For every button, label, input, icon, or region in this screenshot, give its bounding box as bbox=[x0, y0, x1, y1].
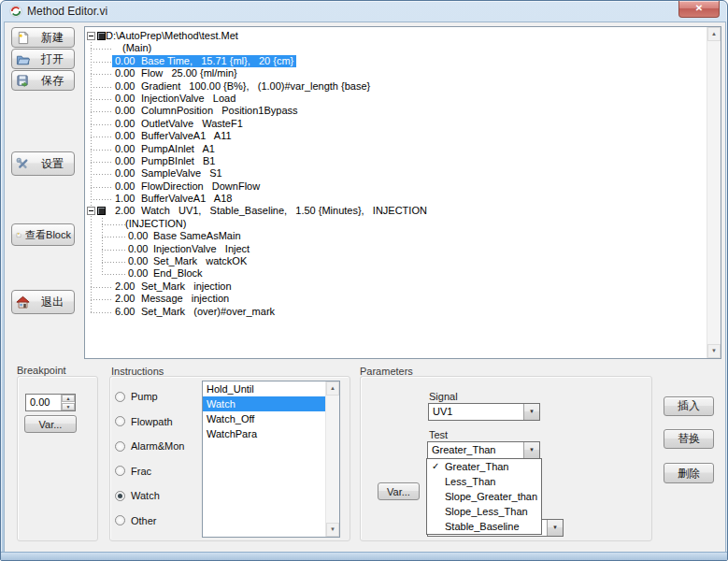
settings-button[interactable]: 设置 bbox=[11, 151, 75, 176]
tree-row[interactable]: 2.00Message injection bbox=[85, 293, 707, 305]
chevron-down-icon[interactable]: ▼ bbox=[523, 404, 539, 420]
scroll-down-arrow-icon[interactable]: ▼ bbox=[707, 344, 721, 358]
tree-row-content: 6.00Set_Mark (over)#over_mark bbox=[112, 306, 278, 318]
tree-row[interactable]: 0.00Flow 25.00 {ml/min} bbox=[85, 67, 707, 79]
dropdown-item[interactable]: Less_Than bbox=[427, 474, 541, 489]
tree-row-content: (INJECTION) bbox=[122, 218, 189, 230]
tree-scrollbar[interactable]: ▲ ▼ bbox=[707, 27, 721, 358]
dropdown-item[interactable]: Slope_Less_Than bbox=[427, 504, 541, 519]
radio-icon bbox=[115, 416, 125, 426]
tree-row-time: 0.00 bbox=[115, 143, 141, 155]
tree-connector bbox=[91, 99, 113, 100]
settings-button-label: 设置 bbox=[34, 156, 74, 172]
tree-row-text: InjectionValve Load bbox=[141, 93, 236, 104]
tree-row-time: 0.00 bbox=[115, 180, 141, 193]
insert-button[interactable]: 插入 bbox=[664, 396, 714, 416]
tree-row[interactable]: 0.00FlowDirection DownFlow bbox=[85, 180, 707, 193]
tree-row-text: FlowDirection DownFlow bbox=[141, 180, 260, 192]
replace-button-label: 替换 bbox=[678, 431, 700, 447]
tree-row[interactable]: D:\AutoPrep\Method\test.Met bbox=[85, 30, 707, 42]
tree-row[interactable]: 0.00ColumnPosition Position1Bypass bbox=[85, 105, 707, 117]
signal-combo[interactable]: UV1 ▼ bbox=[428, 403, 540, 421]
spinner-up-button[interactable]: ▲ bbox=[62, 395, 75, 402]
breakpoint-value[interactable]: 0.00 bbox=[30, 396, 50, 408]
dropdown-item[interactable]: Slope_Greater_than bbox=[427, 489, 541, 504]
listbox-item[interactable]: Hold_Until bbox=[203, 381, 325, 396]
method-tree[interactable]: D:\AutoPrep\Method\test.Met(Main)0.00Bas… bbox=[84, 26, 721, 359]
spinner-buttons: ▲ ▼ bbox=[61, 395, 75, 410]
tree-row[interactable]: 0.00BufferValveA1 A11 bbox=[85, 130, 707, 142]
dropdown-item[interactable]: ✓Greater_Than bbox=[427, 459, 541, 474]
new-document-icon bbox=[16, 31, 30, 45]
tree-row-content: 0.00Base SameAsMain bbox=[125, 230, 244, 242]
new-button[interactable]: 新建 bbox=[11, 27, 75, 48]
tree-row[interactable]: 0.00InjectionValve Load bbox=[85, 93, 707, 105]
radio-other[interactable]: Other bbox=[115, 511, 184, 530]
scroll-down-arrow-icon[interactable]: ▼ bbox=[326, 523, 339, 537]
radio-label: Alarm&Mon bbox=[131, 440, 184, 452]
tree-row[interactable]: 0.00Base Time, 15.71 {ml}, 20 {cm} bbox=[85, 55, 707, 67]
tree-row-content: (Main) bbox=[120, 42, 154, 54]
tree-expander-minus-icon[interactable] bbox=[87, 207, 95, 215]
tree-row[interactable]: 6.00Set_Mark (over)#over_mark bbox=[85, 306, 707, 318]
delete-button[interactable]: 删除 bbox=[664, 463, 714, 483]
tree-row-content: 0.00Flow 25.00 {ml/min} bbox=[112, 67, 240, 79]
test-combo[interactable]: Greater_Than ▼ bbox=[427, 441, 540, 459]
instruction-listbox[interactable]: Hold_UntilWatchWatch_OffWatchPara ▲ ▼ bbox=[202, 381, 340, 538]
scroll-up-arrow-icon[interactable]: ▲ bbox=[326, 381, 339, 396]
radio-icon bbox=[115, 466, 125, 476]
tree-row[interactable]: 2.00Watch UV1, Stable_Baseline, 1.50 {Mi… bbox=[85, 205, 707, 217]
tree-row[interactable]: 0.00End_Block bbox=[85, 267, 707, 280]
breakpoint-var-button[interactable]: Var... bbox=[24, 415, 77, 433]
spinner-down-button[interactable]: ▼ bbox=[62, 403, 75, 410]
parameters-var-button[interactable]: Var... bbox=[378, 482, 420, 500]
tree-connector bbox=[102, 237, 125, 237]
tree-row[interactable]: 0.00Set_Mark watckOK bbox=[85, 255, 707, 267]
dropdown-item-label: Slope_Less_Than bbox=[445, 506, 528, 517]
chevron-down-icon[interactable]: ▼ bbox=[547, 520, 563, 536]
tree-row[interactable]: 2.00Set_Mark injection bbox=[85, 280, 707, 293]
radio-alarmmon[interactable]: Alarm&Mon bbox=[115, 437, 184, 455]
exit-button[interactable]: 退出 bbox=[11, 290, 75, 314]
tree-row[interactable]: 0.00OutletValve WasteF1 bbox=[85, 118, 707, 130]
listbox-item[interactable]: Watch_Off bbox=[203, 411, 325, 426]
tree-connector bbox=[91, 187, 113, 188]
close-button[interactable]: ✕ bbox=[678, 1, 720, 18]
tree-row[interactable]: 0.00Base SameAsMain bbox=[85, 230, 707, 242]
listbox-item[interactable]: WatchPara bbox=[203, 426, 325, 441]
view-block-button[interactable]: 查看Block bbox=[11, 223, 75, 246]
tree-row[interactable]: 0.00SampleValve S1 bbox=[85, 167, 707, 180]
tree-row-text: ColumnPosition Position1Bypass bbox=[141, 105, 298, 116]
open-button-label: 打开 bbox=[34, 51, 74, 67]
radio-flowpath[interactable]: Flowpath bbox=[115, 412, 184, 431]
listbox-item[interactable]: Watch bbox=[203, 396, 325, 411]
tree-connector bbox=[91, 150, 113, 151]
tree-row[interactable]: 0.00InjectionValve Inject bbox=[85, 243, 707, 255]
dropdown-item-label: Greater_Than bbox=[445, 461, 508, 472]
tree-row[interactable]: 1.00BufferValveA1 A18 bbox=[85, 193, 707, 205]
tree-row[interactable]: (INJECTION) bbox=[85, 218, 707, 230]
radio-watch[interactable]: Watch bbox=[115, 486, 184, 505]
tree-row[interactable]: 0.00PumpBInlet B1 bbox=[85, 155, 707, 167]
save-button[interactable]: 保存 bbox=[11, 70, 75, 91]
chevron-down-icon[interactable]: ▼ bbox=[523, 442, 539, 458]
tree-row-time: 0.00 bbox=[128, 243, 153, 255]
title-bar[interactable]: Method Editor.vi bbox=[1, 1, 727, 22]
tree-expander-minus-icon[interactable] bbox=[87, 32, 95, 40]
listbox-scrollbar[interactable]: ▲ ▼ bbox=[325, 381, 339, 537]
radio-pump[interactable]: Pump bbox=[115, 387, 184, 406]
dropdown-item[interactable]: Stable_Baseline bbox=[427, 519, 541, 534]
radio-frac[interactable]: Frac bbox=[115, 462, 184, 481]
tree-connector bbox=[91, 49, 113, 50]
tree-row-text: (INJECTION) bbox=[125, 218, 186, 229]
replace-button[interactable]: 替换 bbox=[664, 429, 714, 449]
breakpoint-spinner[interactable]: 0.00 ▲ ▼ bbox=[25, 394, 76, 411]
tree-row[interactable]: 0.00Gradient 100.00 {B%}, (1.00)#var_len… bbox=[85, 80, 707, 93]
open-button[interactable]: 打开 bbox=[11, 49, 75, 69]
tree-row-text: Message injection bbox=[141, 293, 229, 304]
tree-row-time: 0.00 bbox=[115, 93, 141, 105]
scroll-up-arrow-icon[interactable]: ▲ bbox=[707, 27, 721, 41]
tree-row[interactable]: (Main) bbox=[85, 42, 707, 54]
tree-row-time: 1.00 bbox=[115, 193, 141, 205]
tree-row[interactable]: 0.00PumpAInlet A1 bbox=[85, 143, 707, 155]
